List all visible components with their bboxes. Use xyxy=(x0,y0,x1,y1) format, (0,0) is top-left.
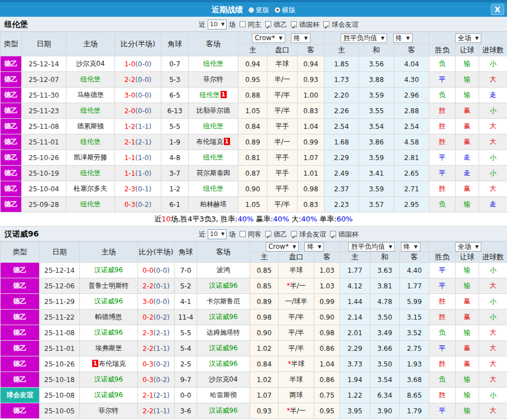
avg-away-cell: 2.65 xyxy=(394,166,429,181)
away-team-link[interactable]: 汉诺威96 xyxy=(209,344,237,352)
scope-controls: 全场▼ xyxy=(429,242,507,252)
away-team-link[interactable]: 波鸿 xyxy=(217,266,230,274)
checkbox-checked-icon[interactable] xyxy=(291,231,297,237)
away-team-link[interactable]: 荷尔斯泰因 xyxy=(197,169,230,177)
home-team-link[interactable]: 汉诺威96 xyxy=(94,375,123,383)
home-team-link[interactable]: 汉诺威96 xyxy=(94,297,123,305)
home-team-link[interactable]: 布伦瑞克 xyxy=(99,360,126,368)
league-filter[interactable]: 球会友谊 xyxy=(291,227,327,242)
away-team-link[interactable]: 纽伦堡 xyxy=(203,185,223,192)
score-cell: 2-3(0-1) xyxy=(115,181,161,197)
same-venue-filter[interactable]: 同主 xyxy=(240,17,262,32)
dropdown-arrow-icon: ▼ xyxy=(475,243,479,251)
goals-result-cell-value: 大 xyxy=(490,407,496,414)
away-team-link[interactable]: 卡尔斯鲁厄 xyxy=(207,297,240,305)
avg-controls: 胜平负均值▼ 终▼ xyxy=(340,242,429,252)
home-team-link[interactable]: 菲尔特 xyxy=(99,407,119,414)
result-cell-value: 胜 xyxy=(439,297,446,305)
home-team-cell: 汉诺威96 xyxy=(80,263,138,278)
odds-final-select[interactable]: 终▼ xyxy=(291,33,310,43)
handicap-result-cell-value: 输 xyxy=(464,375,471,383)
avg-final-select[interactable]: 终▼ xyxy=(401,242,420,252)
checkbox-unchecked-icon[interactable] xyxy=(240,21,246,27)
scope-select[interactable]: 全场▼ xyxy=(455,242,481,252)
home-team-link[interactable]: 纽伦堡 xyxy=(80,169,101,177)
home-team-link[interactable]: 马格德堡 xyxy=(77,91,104,99)
league-filter[interactable]: 德乙 xyxy=(265,227,288,242)
result-cell-value: 胜 xyxy=(439,122,446,130)
record-summary: 近10场,胜4平3负3, 胜率:40% 赢率:40% 大:40% 单率:60% xyxy=(0,213,507,226)
away-team-link[interactable]: 纽伦堡 xyxy=(203,122,223,130)
home-team-link[interactable]: 汉诺威96 xyxy=(94,329,123,336)
goals-result-cell: 大 xyxy=(479,341,507,356)
home-team-link[interactable]: 纽伦堡 xyxy=(80,138,101,146)
match-row: 德乙25-12-07纽伦堡2-2(0-0)5-3菲尔特0.95半/一0.931.… xyxy=(1,72,507,88)
match-date: 25-12-14 xyxy=(22,56,66,72)
home-team-link[interactable]: 帕德博恩 xyxy=(95,313,122,321)
handicap-cell: 半球 xyxy=(267,56,298,72)
away-team-link[interactable]: 汉诺威96 xyxy=(209,360,237,368)
checkbox-checked-icon[interactable] xyxy=(330,231,336,237)
home-team-link[interactable]: 沙尔克04 xyxy=(76,60,104,67)
away-odds-cell: 1.01 xyxy=(298,166,324,181)
radio-selected-icon[interactable] xyxy=(275,7,280,13)
result-cell-value: 负 xyxy=(439,200,446,208)
close-icon[interactable]: X xyxy=(491,4,504,15)
checkbox-checked-icon[interactable] xyxy=(265,231,271,237)
avg-type-select[interactable]: 胜平负均值▼ xyxy=(341,33,387,43)
away-team-link[interactable]: 纽伦堡 xyxy=(200,91,220,99)
odds-final-select[interactable]: 终▼ xyxy=(304,242,324,252)
checkbox-unchecked-icon[interactable] xyxy=(240,231,246,237)
home-team-link[interactable]: 汉诺威96 xyxy=(94,391,123,399)
avg-home-cell: 1.68 xyxy=(324,134,359,150)
radio-vertical-layout[interactable]: 竖版 xyxy=(248,6,269,14)
league-filter[interactable]: 德国杯 xyxy=(330,227,360,242)
away-team-link[interactable]: 比勒菲尔德 xyxy=(197,107,230,114)
league-type-cell: 德乙 xyxy=(1,263,40,278)
home-team-link[interactable]: 纽伦堡 xyxy=(80,200,101,208)
radio-unselected-icon[interactable] xyxy=(248,7,254,13)
match-count-select[interactable]: 10▼ xyxy=(208,229,227,239)
away-team-link[interactable]: 布伦瑞克 xyxy=(197,138,223,146)
away-team-link[interactable]: 哈雷斯彻 xyxy=(210,391,237,399)
away-team-link[interactable]: 达姆施塔特 xyxy=(207,329,240,336)
league-filter[interactable]: 球会友谊 xyxy=(323,17,360,32)
avg-type-select[interactable]: 胜平负均值▼ xyxy=(348,242,395,252)
home-team-link[interactable]: 纽伦堡 xyxy=(80,107,101,114)
away-team-cell: 比勒菲尔德 xyxy=(189,103,238,119)
away-team-link[interactable]: 纽伦堡 xyxy=(203,60,223,67)
home-team-link[interactable]: 埃弗斯堡 xyxy=(95,344,122,352)
match-count-select[interactable]: 10▼ xyxy=(208,20,227,30)
dropdown-arrow-icon: ▼ xyxy=(304,34,308,42)
league-filter[interactable]: 德国杯 xyxy=(291,17,321,32)
goals-result-cell-value: 大 xyxy=(490,138,496,146)
home-team-link[interactable]: 普鲁士明斯特 xyxy=(89,282,129,289)
checkbox-checked-icon[interactable] xyxy=(265,21,271,27)
radio-horizontal-layout[interactable]: 横版 xyxy=(275,6,295,14)
away-team-link[interactable]: 沙尔克04 xyxy=(209,375,237,383)
away-team-link[interactable]: 柏林赫塔 xyxy=(200,200,227,208)
avg-home-cell: 3.95 xyxy=(340,403,370,419)
home-team-link[interactable]: 凯泽斯劳滕 xyxy=(74,153,107,161)
away-team-link[interactable]: 汉诺威96 xyxy=(209,407,237,414)
home-team-link[interactable]: 德累斯顿 xyxy=(77,122,104,130)
checkbox-checked-icon[interactable] xyxy=(291,21,297,27)
avg-final-select[interactable]: 终▼ xyxy=(393,33,413,43)
home-team-link[interactable]: 汉诺威96 xyxy=(94,266,123,274)
odds-final-value: 终 xyxy=(307,243,314,251)
scope-select[interactable]: 全场▼ xyxy=(455,33,481,43)
home-team-link[interactable]: 杜塞尔多夫 xyxy=(74,185,107,192)
same-venue-filter[interactable]: 同客 xyxy=(240,227,262,242)
col-handicap: 盘口 xyxy=(279,252,314,263)
result-cell-value: 胜 xyxy=(439,185,446,192)
home-team-link[interactable]: 纽伦堡 xyxy=(80,75,101,83)
checkbox-checked-icon[interactable] xyxy=(323,21,329,27)
away-team-cell: 纽伦堡 xyxy=(189,181,238,197)
league-filter[interactable]: 德乙 xyxy=(265,17,288,32)
away-team-link[interactable]: 纽伦堡 xyxy=(203,153,223,161)
odds-source-select[interactable]: Crow*▼ xyxy=(252,33,285,43)
away-team-link[interactable]: 汉诺威96 xyxy=(209,282,237,289)
league-type-cell: 德乙 xyxy=(1,325,40,341)
away-team-link[interactable]: 菲尔特 xyxy=(203,75,223,83)
away-team-link[interactable]: 汉诺威96 xyxy=(209,313,237,321)
